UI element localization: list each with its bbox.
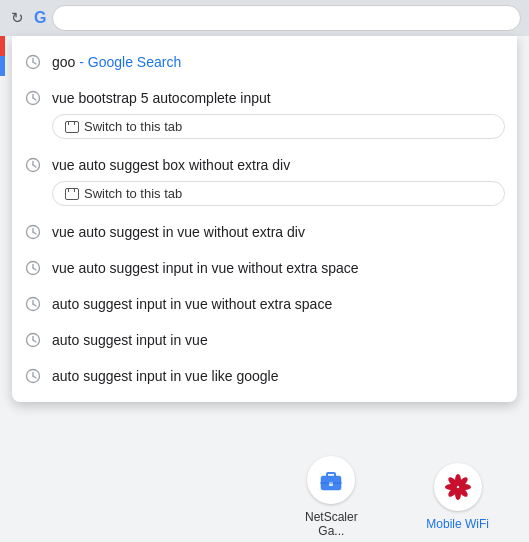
suggestion-text: vue bootstrap 5 autocomplete input	[52, 90, 505, 106]
suggestion-text: vue auto suggest in vue without extra di…	[52, 224, 505, 240]
svg-line-23	[33, 376, 36, 378]
suggestion-text: vue auto suggest input in vue without ex…	[52, 260, 505, 276]
huawei-svg-icon	[443, 472, 473, 502]
suggestion-text: auto suggest input in vue without extra …	[52, 296, 505, 312]
mobile-wifi-label: Mobile WiFi	[426, 517, 489, 531]
bookmark-mobile-wifi[interactable]: Mobile WiFi	[426, 463, 489, 531]
svg-line-2	[33, 62, 36, 64]
reload-icon[interactable]: ↻	[8, 9, 26, 27]
list-item[interactable]: vue auto suggest box without extra div S…	[12, 147, 517, 214]
svg-line-17	[33, 304, 36, 306]
list-item[interactable]: auto suggest input in vue like google	[12, 358, 517, 394]
huawei-icon-wrap	[434, 463, 482, 511]
switch-tab-label: Switch to this tab	[84, 119, 182, 134]
svg-rect-25	[327, 473, 335, 478]
netscaler-label: NetScaler Ga...	[296, 510, 366, 538]
bookmark-netscaler[interactable]: NetScaler Ga...	[296, 456, 366, 538]
list-item[interactable]: auto suggest input in vue	[12, 322, 517, 358]
svg-line-11	[33, 232, 36, 234]
suffix-text: - Google Search	[75, 54, 181, 70]
switch-tab-label: Switch to this tab	[84, 186, 182, 201]
clock-icon	[24, 367, 42, 385]
address-bar[interactable]	[52, 5, 521, 31]
svg-line-8	[33, 165, 36, 167]
svg-rect-28	[320, 482, 342, 484]
google-logo: G	[34, 9, 46, 27]
list-item[interactable]: vue auto suggest in vue without extra di…	[12, 214, 517, 250]
netscaler-svg-icon	[317, 466, 345, 494]
switch-tab-button[interactable]: Switch to this tab	[52, 181, 505, 206]
list-item[interactable]: vue auto suggest input in vue without ex…	[12, 250, 517, 286]
list-item[interactable]: goo - Google Search	[12, 44, 517, 80]
side-accent-blue	[0, 56, 5, 76]
address-input[interactable]	[63, 11, 510, 26]
list-item[interactable]: auto suggest input in vue without extra …	[12, 286, 517, 322]
svg-line-5	[33, 98, 36, 100]
suggestion-text: vue auto suggest box without extra div	[52, 157, 505, 173]
tab-icon	[65, 188, 79, 200]
clock-icon	[24, 223, 42, 241]
top-bar: ↻ G	[0, 0, 529, 36]
switch-tab-button[interactable]: Switch to this tab	[52, 114, 505, 139]
side-accent-red	[0, 36, 5, 56]
suggestion-text: goo - Google Search	[52, 54, 505, 70]
suggestion-text: auto suggest input in vue like google	[52, 368, 505, 384]
bookmarks-bar: NetScaler Ga...	[0, 452, 529, 542]
clock-icon	[24, 259, 42, 277]
clock-icon	[24, 156, 42, 174]
svg-line-20	[33, 340, 36, 342]
clock-icon	[24, 331, 42, 349]
list-item[interactable]: vue bootstrap 5 autocomplete input Switc…	[12, 80, 517, 147]
autocomplete-dropdown: goo - Google Search vue bootstrap 5 auto…	[12, 36, 517, 402]
netscaler-icon-wrap	[307, 456, 355, 504]
suggestion-text: auto suggest input in vue	[52, 332, 505, 348]
tab-icon	[65, 121, 79, 133]
clock-icon	[24, 295, 42, 313]
clock-icon	[24, 53, 42, 71]
clock-icon	[24, 89, 42, 107]
svg-line-14	[33, 268, 36, 270]
